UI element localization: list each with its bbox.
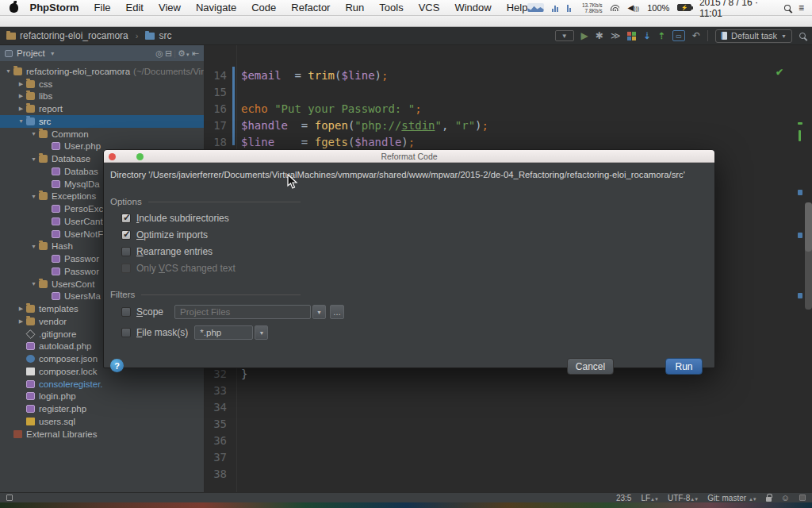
code-line-33[interactable]: 33 xyxy=(205,383,812,399)
marker-green-1[interactable] xyxy=(798,122,802,125)
scope-combo[interactable]: Project Files xyxy=(174,305,311,319)
menu-run[interactable]: Run xyxy=(345,2,364,13)
menu-help[interactable]: Help xyxy=(507,2,528,13)
run-button[interactable]: ▶ xyxy=(581,31,588,40)
code-line-37[interactable]: 37 xyxy=(205,449,812,466)
project-view-dropdown[interactable]: ▼ xyxy=(50,51,56,56)
file-mask-checkbox[interactable] xyxy=(121,328,131,337)
chevron-down-icon[interactable]: ▼ xyxy=(17,118,25,124)
editor-scrollbar[interactable] xyxy=(805,202,812,310)
project-panel-title[interactable]: Project xyxy=(17,48,45,58)
menu-app-name[interactable]: PhpStorm xyxy=(29,2,79,13)
code-line-16[interactable]: 16echo "Put your Password: "; xyxy=(205,101,812,117)
code-line-34[interactable]: 34 xyxy=(205,399,812,416)
menu-edit[interactable]: Edit xyxy=(126,2,144,13)
wifi-icon[interactable] xyxy=(611,4,620,11)
code-line-15[interactable]: 15 xyxy=(205,84,812,101)
coverage-button[interactable]: ≫ xyxy=(611,31,621,40)
tree-item-libs[interactable]: ▶libs xyxy=(0,90,204,103)
checkbox[interactable] xyxy=(121,230,131,240)
chevron-down-icon[interactable]: ▼ xyxy=(30,194,37,199)
encoding-selector[interactable]: UTF-8▲▼ xyxy=(668,494,698,502)
collapse-all-icon[interactable]: ⊟ xyxy=(165,48,172,59)
inspection-ok-icon[interactable]: ✔ xyxy=(776,67,783,78)
dialog-title-bar[interactable]: Reformat Code xyxy=(104,150,714,163)
menu-view[interactable]: View xyxy=(159,2,181,13)
tree-item-common[interactable]: ▼Common xyxy=(0,128,204,140)
run-reformat-button[interactable]: Run xyxy=(665,358,703,375)
tree-item-login-php[interactable]: login.php xyxy=(0,391,204,403)
zoom-window-button[interactable] xyxy=(136,153,144,160)
caret-position[interactable]: 23:5 xyxy=(616,494,631,502)
marker-blue-2[interactable] xyxy=(798,233,802,238)
menu-code[interactable]: Code xyxy=(251,2,276,13)
code-line-17[interactable]: 17$handle = fopen("php://stdin", "r"); xyxy=(205,117,812,134)
hide-panel-icon[interactable]: ⇤ xyxy=(192,48,199,59)
checkbox[interactable] xyxy=(121,247,131,256)
tree-item-register-php[interactable]: register.php xyxy=(0,402,204,415)
chevron-right-icon[interactable]: ▶ xyxy=(17,81,25,87)
file-mask-combo[interactable]: *.php xyxy=(194,325,253,340)
network-graph-icon[interactable] xyxy=(527,3,543,12)
menu-navigate[interactable]: Navigate xyxy=(196,2,236,13)
chevron-right-icon[interactable]: ▶ xyxy=(17,106,25,112)
toolwindow-toggle-icon[interactable] xyxy=(6,495,13,501)
code-line-38[interactable]: 38 xyxy=(205,466,812,483)
spotlight-search-icon[interactable] xyxy=(784,5,791,11)
chevron-down-icon[interactable]: ▼ xyxy=(30,131,37,137)
tree-item-external-libraries[interactable]: External Libraries xyxy=(0,428,204,441)
vcs-commit-button[interactable]: ⇡ xyxy=(658,31,665,41)
search-everywhere-icon[interactable] xyxy=(799,33,806,39)
marker-blue-3[interactable] xyxy=(798,293,802,298)
battery-icon[interactable]: ⚡ xyxy=(677,4,691,11)
code-line-35[interactable]: 35 xyxy=(205,416,812,433)
lock-icon[interactable] xyxy=(766,497,772,502)
tree-item-users-sql[interactable]: users.sql xyxy=(0,415,204,428)
scope-combo-arrow[interactable]: ▼ xyxy=(312,305,326,319)
remote-host-icon[interactable]: ▭ xyxy=(672,30,685,41)
menu-file[interactable]: File xyxy=(94,2,111,13)
code-line-36[interactable]: 36 xyxy=(205,433,812,449)
help-button[interactable]: ? xyxy=(110,359,124,372)
chevron-down-icon[interactable]: ▼ xyxy=(30,156,37,162)
line-ending-selector[interactable]: LF▲▼ xyxy=(641,494,658,502)
menu-vcs[interactable]: VCS xyxy=(419,2,440,13)
scope-checkbox[interactable] xyxy=(121,307,131,317)
scope-more-button[interactable]: … xyxy=(330,305,344,319)
file-mask-combo-arrow[interactable]: ▼ xyxy=(255,325,268,340)
cpu-bars-icon[interactable] xyxy=(552,3,559,12)
chevron-right-icon[interactable]: ▶ xyxy=(17,318,25,325)
notification-center-icon[interactable]: ≡ xyxy=(799,3,804,13)
chevron-down-icon[interactable]: ▼ xyxy=(30,281,37,287)
memory-bars-icon[interactable] xyxy=(567,3,574,12)
menu-tools[interactable]: Tools xyxy=(379,2,403,13)
tree-item-consoleregister-[interactable]: consoleregister. xyxy=(0,378,204,391)
git-branch-selector[interactable]: Git: master ▲▼ xyxy=(707,494,756,502)
gear-icon[interactable]: ⚙▼ xyxy=(178,48,190,59)
run-config-dropdown[interactable]: ▼ xyxy=(555,30,574,41)
chevron-down-icon[interactable]: ▼ xyxy=(30,244,37,249)
volume-icon[interactable]: ◀))) xyxy=(627,3,639,12)
cancel-button[interactable]: Cancel xyxy=(567,358,614,375)
code-line-18[interactable]: 18$line = fgets($handle); xyxy=(205,134,812,151)
breadcrumb-project[interactable]: refactoring-eloi_rocamora xyxy=(20,30,128,41)
checkbox[interactable] xyxy=(121,214,131,223)
chevron-right-icon[interactable]: ▶ xyxy=(17,306,25,312)
hector-inspections-icon[interactable]: ☺ xyxy=(781,494,790,502)
tree-item-css[interactable]: ▶css xyxy=(0,78,204,90)
tree-item-report[interactable]: ▶report xyxy=(0,102,204,115)
locate-file-icon[interactable]: ◎ xyxy=(155,48,163,59)
marker-green-2[interactable] xyxy=(799,130,801,141)
marker-blue-1[interactable] xyxy=(798,190,802,195)
menu-window[interactable]: Window xyxy=(454,2,491,13)
code-line-14[interactable]: 14$email = trim($line); xyxy=(205,67,812,84)
breadcrumb-src[interactable]: src xyxy=(159,30,171,41)
debug-button[interactable]: ✱ xyxy=(596,31,603,40)
task-selector[interactable]: Default task ▼ xyxy=(715,29,792,43)
apple-menu-icon[interactable] xyxy=(10,3,18,13)
menu-clock[interactable]: 2015 / 8 / 16 · 11:01 xyxy=(699,0,777,19)
undo-icon[interactable]: ↶ xyxy=(692,31,700,40)
tree-item-src[interactable]: ▼src xyxy=(0,115,204,128)
tree-item-refactoring-eloi-rocamora[interactable]: ▼refactoring-eloi_rocamora(~/Documents/V… xyxy=(0,65,204,78)
menu-refactor[interactable]: Refactor xyxy=(291,2,330,13)
